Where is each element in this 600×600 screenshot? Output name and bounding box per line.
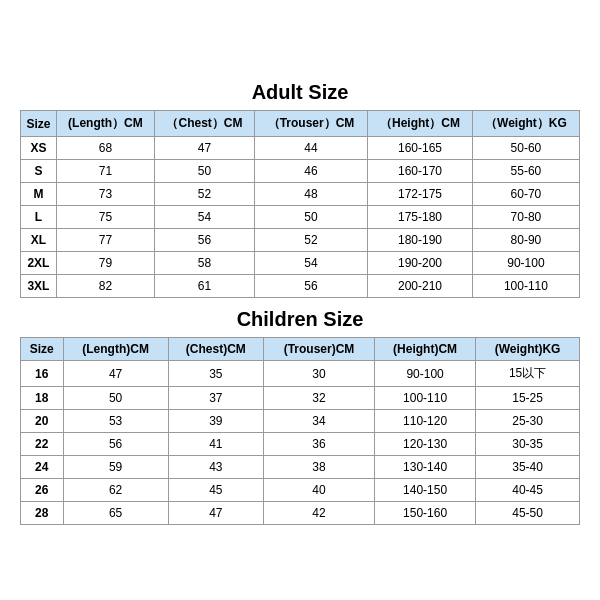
table-cell: 52 — [254, 229, 367, 252]
table-cell: 62 — [63, 479, 168, 502]
table-cell: 15-25 — [476, 387, 580, 410]
adult-table: Size(Length）CM（Chest）CM（Trouser）CM（Heigh… — [20, 110, 580, 298]
adult-header-row: Size(Length）CM（Chest）CM（Trouser）CM（Heigh… — [21, 111, 580, 137]
table-row: 28654742150-16045-50 — [21, 502, 580, 525]
table-cell: 16 — [21, 361, 64, 387]
table-cell: 160-170 — [368, 160, 473, 183]
children-thead: Size(Length)CM(Chest)CM(Trouser)CM(Heigh… — [21, 338, 580, 361]
table-cell: 56 — [155, 229, 255, 252]
table-cell: M — [21, 183, 57, 206]
adult-header-cell: （Chest）CM — [155, 111, 255, 137]
children-header-cell: (Trouser)CM — [263, 338, 374, 361]
adult-header-cell: （Height）CM — [368, 111, 473, 137]
table-cell: 200-210 — [368, 275, 473, 298]
table-cell: 26 — [21, 479, 64, 502]
table-cell: 47 — [63, 361, 168, 387]
table-cell: 45-50 — [476, 502, 580, 525]
adult-header-cell: （Weight）KG — [472, 111, 579, 137]
table-cell: 50 — [63, 387, 168, 410]
table-cell: 48 — [254, 183, 367, 206]
table-cell: XL — [21, 229, 57, 252]
table-cell: 90-100 — [374, 361, 475, 387]
table-cell: 43 — [168, 456, 263, 479]
children-header-row: Size(Length)CM(Chest)CM(Trouser)CM(Heigh… — [21, 338, 580, 361]
children-header-cell: (Weight)KG — [476, 338, 580, 361]
table-cell: 52 — [155, 183, 255, 206]
table-row: 24594338130-14035-40 — [21, 456, 580, 479]
table-cell: 25-30 — [476, 410, 580, 433]
adult-thead: Size(Length）CM（Chest）CM（Trouser）CM（Heigh… — [21, 111, 580, 137]
table-cell: 22 — [21, 433, 64, 456]
table-cell: 175-180 — [368, 206, 473, 229]
table-row: 2XL795854190-20090-100 — [21, 252, 580, 275]
children-header-cell: Size — [21, 338, 64, 361]
main-container: Adult Size Size(Length）CM（Chest）CM（Trous… — [10, 65, 590, 535]
table-cell: 65 — [63, 502, 168, 525]
table-row: 22564136120-13030-35 — [21, 433, 580, 456]
table-cell: 46 — [254, 160, 367, 183]
children-section: Children Size Size(Length)CM(Chest)CM(Tr… — [20, 302, 580, 525]
table-cell: 190-200 — [368, 252, 473, 275]
table-cell: 80-90 — [472, 229, 579, 252]
table-row: L755450175-18070-80 — [21, 206, 580, 229]
table-cell: 71 — [56, 160, 154, 183]
table-cell: 24 — [21, 456, 64, 479]
adult-section: Adult Size Size(Length）CM（Chest）CM（Trous… — [20, 75, 580, 298]
table-cell: 40 — [263, 479, 374, 502]
table-cell: L — [21, 206, 57, 229]
adult-tbody: XS684744160-16550-60S715046160-17055-60M… — [21, 137, 580, 298]
table-cell: 45 — [168, 479, 263, 502]
table-cell: 180-190 — [368, 229, 473, 252]
adult-header-cell: (Length）CM — [56, 111, 154, 137]
table-cell: 61 — [155, 275, 255, 298]
table-cell: 38 — [263, 456, 374, 479]
table-cell: 60-70 — [472, 183, 579, 206]
table-cell: 160-165 — [368, 137, 473, 160]
table-cell: 2XL — [21, 252, 57, 275]
children-title: Children Size — [20, 302, 580, 337]
adult-header-cell: Size — [21, 111, 57, 137]
table-cell: 32 — [263, 387, 374, 410]
table-cell: 82 — [56, 275, 154, 298]
table-cell: 59 — [63, 456, 168, 479]
table-row: XL775652180-19080-90 — [21, 229, 580, 252]
table-cell: 68 — [56, 137, 154, 160]
table-cell: 53 — [63, 410, 168, 433]
table-cell: 39 — [168, 410, 263, 433]
table-cell: 79 — [56, 252, 154, 275]
table-cell: 47 — [155, 137, 255, 160]
table-cell: 73 — [56, 183, 154, 206]
table-cell: 47 — [168, 502, 263, 525]
table-row: M735248172-17560-70 — [21, 183, 580, 206]
table-cell: 30-35 — [476, 433, 580, 456]
table-cell: 58 — [155, 252, 255, 275]
table-cell: S — [21, 160, 57, 183]
table-row: 26624540140-15040-45 — [21, 479, 580, 502]
table-cell: 50-60 — [472, 137, 579, 160]
table-cell: XS — [21, 137, 57, 160]
table-cell: 70-80 — [472, 206, 579, 229]
table-cell: 35 — [168, 361, 263, 387]
table-cell: 20 — [21, 410, 64, 433]
table-cell: 75 — [56, 206, 154, 229]
table-row: XS684744160-16550-60 — [21, 137, 580, 160]
table-cell: 54 — [155, 206, 255, 229]
table-cell: 15以下 — [476, 361, 580, 387]
table-row: S715046160-17055-60 — [21, 160, 580, 183]
table-cell: 41 — [168, 433, 263, 456]
table-cell: 100-110 — [374, 387, 475, 410]
table-cell: 36 — [263, 433, 374, 456]
children-header-cell: (Height)CM — [374, 338, 475, 361]
children-header-cell: (Chest)CM — [168, 338, 263, 361]
table-cell: 77 — [56, 229, 154, 252]
table-cell: 30 — [263, 361, 374, 387]
table-cell: 90-100 — [472, 252, 579, 275]
table-cell: 54 — [254, 252, 367, 275]
table-cell: 50 — [155, 160, 255, 183]
table-row: 18503732100-11015-25 — [21, 387, 580, 410]
table-cell: 34 — [263, 410, 374, 433]
table-cell: 56 — [63, 433, 168, 456]
table-cell: 100-110 — [472, 275, 579, 298]
table-row: 3XL826156200-210100-110 — [21, 275, 580, 298]
table-cell: 140-150 — [374, 479, 475, 502]
